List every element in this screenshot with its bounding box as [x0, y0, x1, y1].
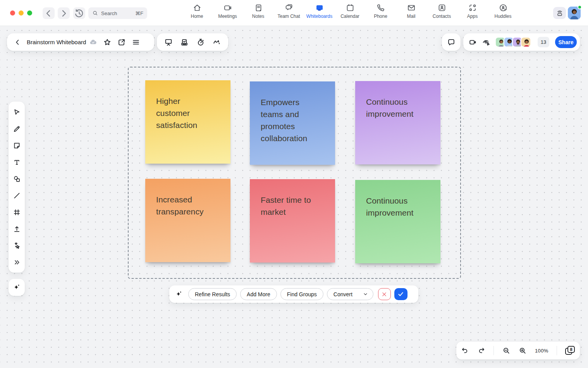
nav-phone[interactable]: Phone: [365, 3, 396, 23]
reject-button[interactable]: [378, 288, 391, 300]
favorite-button[interactable]: [103, 38, 112, 47]
nav-whiteboards[interactable]: Whiteboards: [304, 3, 335, 23]
ai-action-bar: Refine Results Add More Find Groups Conv…: [169, 285, 418, 303]
accept-button[interactable]: [394, 288, 407, 300]
nav-home[interactable]: Home: [182, 3, 212, 23]
nav-mail[interactable]: Mail: [396, 3, 426, 23]
open-external-button[interactable]: [117, 38, 126, 47]
frame-icon: [13, 208, 21, 216]
tool-shapes[interactable]: [9, 171, 25, 187]
tool-line[interactable]: [9, 188, 25, 203]
chevron-right-icon: [58, 7, 70, 19]
maximize-window-button[interactable]: [27, 10, 32, 16]
divider: [557, 346, 557, 355]
open-external-icon: [117, 38, 126, 47]
tool-frame[interactable]: [9, 204, 25, 220]
calendar-icon: [346, 3, 355, 12]
nav-huddles[interactable]: Huddles: [488, 3, 518, 23]
cloud-synced-icon: [89, 38, 97, 46]
history-button[interactable]: [73, 7, 85, 19]
divider: [493, 346, 494, 355]
star-icon: [103, 38, 112, 47]
nav-meetings[interactable]: Meetings: [212, 3, 243, 23]
board-menu-button[interactable]: [132, 38, 140, 47]
tool-more[interactable]: [9, 254, 25, 270]
present-button[interactable]: [164, 38, 173, 47]
zoom-in-button[interactable]: [519, 347, 527, 355]
tool-select[interactable]: [9, 104, 25, 120]
find-groups-button[interactable]: Find Groups: [280, 288, 323, 300]
search-shortcut: ⌘F: [135, 10, 143, 16]
pages-button[interactable]: 8: [565, 346, 575, 355]
follow-presenter-button[interactable]: [482, 38, 490, 47]
comment-button[interactable]: [447, 38, 456, 47]
board-back-button[interactable]: [13, 38, 22, 47]
sticky-note[interactable]: Higher customer satisfaction: [145, 80, 230, 164]
timer-button[interactable]: [196, 38, 205, 47]
sticky-note[interactable]: Continuous improvement: [355, 81, 440, 164]
mail-icon: [407, 3, 416, 12]
sticky-note[interactable]: Faster time to market: [250, 179, 335, 263]
share-button[interactable]: Share: [555, 36, 577, 48]
ai-assistant-button[interactable]: [9, 279, 25, 296]
back-button[interactable]: [43, 7, 55, 19]
search-input[interactable]: Search ⌘F: [88, 7, 147, 19]
tool-text[interactable]: [9, 154, 25, 170]
search-placeholder: Search: [101, 10, 117, 16]
meeting-tools-pill: [157, 33, 228, 51]
participant-count[interactable]: 13: [538, 37, 549, 47]
contacts-icon: [437, 3, 447, 12]
start-video-button[interactable]: [469, 38, 477, 47]
nav-team-chat[interactable]: Team Chat: [273, 3, 304, 23]
line-icon: [13, 192, 21, 200]
convert-dropdown[interactable]: Convert: [327, 288, 373, 300]
vote-icon: [180, 38, 189, 47]
refine-results-button[interactable]: Refine Results: [188, 288, 237, 300]
participant-avatars[interactable]: [495, 37, 531, 47]
close-window-button[interactable]: [10, 10, 15, 16]
nav-label: Calendar: [340, 14, 359, 19]
forward-button[interactable]: [58, 7, 70, 19]
nav-label: Meetings: [218, 14, 237, 19]
chevron-double-right-icon: [13, 258, 21, 266]
nav-label: Phone: [374, 14, 387, 19]
sticky-note[interactable]: Increased transparency: [145, 179, 230, 262]
chevron-down-icon: [363, 291, 368, 297]
redo-button[interactable]: [477, 347, 485, 355]
select-icon: [13, 108, 21, 116]
zoom-in-icon: [519, 347, 527, 355]
laser-pointer-button[interactable]: [212, 38, 221, 47]
undo-button[interactable]: [461, 347, 469, 355]
timer-icon: [196, 38, 205, 47]
nav-calendar[interactable]: Calendar: [335, 3, 365, 23]
nav-apps[interactable]: Apps: [457, 3, 488, 23]
tool-sticky-note[interactable]: [9, 138, 25, 153]
share-to-device-button[interactable]: [553, 7, 566, 19]
follow-icon: [482, 38, 490, 47]
magic-select-icon: [13, 242, 21, 250]
notes-icon: [254, 3, 263, 12]
zoom-level[interactable]: 100%: [535, 348, 548, 354]
convert-dropdown-value: Convert: [334, 291, 352, 297]
zoom-out-button[interactable]: [502, 347, 511, 355]
nav-contacts[interactable]: Contacts: [426, 3, 457, 23]
add-more-button[interactable]: Add More: [240, 288, 277, 300]
window-controls: [10, 10, 32, 16]
minimize-window-button[interactable]: [19, 10, 24, 16]
vote-button[interactable]: [180, 38, 189, 47]
sticky-note[interactable]: Empowers teams and promotes collaboratio…: [250, 81, 335, 165]
redo-icon: [477, 347, 485, 355]
sticky-note-icon: [13, 142, 21, 150]
whiteboard-app: Search ⌘F Home Meetings Notes Team Chat: [0, 0, 588, 368]
nav-notes[interactable]: Notes: [243, 3, 273, 23]
tool-pen[interactable]: [9, 121, 25, 136]
meetings-icon: [223, 3, 232, 12]
home-icon: [193, 3, 202, 12]
comment-icon: [447, 38, 456, 47]
tool-magic-select[interactable]: [9, 238, 25, 253]
history-clock-icon: [73, 7, 85, 19]
titlebar: Search ⌘F Home Meetings Notes Team Chat: [0, 0, 588, 26]
tool-upload[interactable]: [9, 221, 25, 237]
huddles-icon: [499, 3, 508, 12]
sticky-note[interactable]: Continuous improvement: [355, 180, 440, 263]
